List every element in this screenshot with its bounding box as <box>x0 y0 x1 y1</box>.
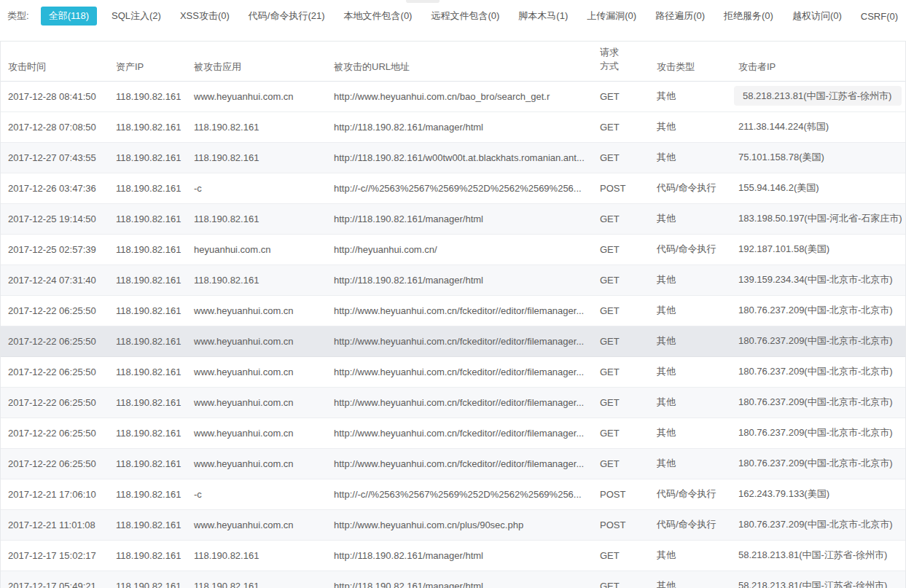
cell-attack-type: 其他 <box>649 418 731 448</box>
cell-request-method: GET <box>593 387 649 418</box>
cell-attack-time: 2017-12-27 07:43:55 <box>1 142 109 173</box>
col-header-asset-ip: 资产IP <box>109 42 187 81</box>
cell-attacked-app: www.heyuanhui.com.cn <box>187 81 327 111</box>
filter-chip-9[interactable]: 拒绝服务(0) <box>722 7 775 26</box>
cell-attack-time: 2017-12-22 06:25:50 <box>1 448 109 479</box>
cell-attacked-app: 118.190.82.161 <box>187 142 327 173</box>
cell-attacker-ip: 180.76.237.209(中国-北京市-北京市) <box>731 387 905 418</box>
cell-attacked-app: 118.190.82.161 <box>187 111 327 142</box>
cell-request-method: GET <box>593 418 649 448</box>
cell-request-method: POST <box>593 479 649 509</box>
table-row[interactable]: 2017-12-17 15:02:17118.190.82.161118.190… <box>1 540 905 571</box>
cell-attacked-url: http://-c//%2563%2567%2569%252D%2562%256… <box>327 479 593 509</box>
table-row[interactable]: 2017-12-26 03:47:36118.190.82.161-chttp:… <box>1 173 905 203</box>
cell-attacker-ip: 58.218.213.81(中国-江苏省-徐州市) <box>731 540 905 571</box>
clipped-top-element <box>406 0 440 3</box>
filter-chip-11[interactable]: CSRF(0) <box>859 8 899 25</box>
cell-request-method: GET <box>593 356 649 387</box>
cell-attacked-url: http://www.heyuanhui.com.cn/fckeditor//e… <box>327 448 593 479</box>
cell-request-method: GET <box>593 111 649 142</box>
filter-chip-7[interactable]: 上传漏洞(0) <box>585 7 638 26</box>
cell-attacker-ip: 75.101.158.78(美国) <box>731 142 905 173</box>
table-row[interactable]: 2017-12-22 06:25:50118.190.82.161www.hey… <box>1 295 905 326</box>
table-row[interactable]: 2017-12-27 07:43:55118.190.82.161118.190… <box>1 142 905 173</box>
cell-attack-type: 其他 <box>649 111 731 142</box>
table-row[interactable]: 2017-12-22 06:25:50118.190.82.161www.hey… <box>1 418 905 448</box>
table-row[interactable]: 2017-12-28 08:41:50118.190.82.161www.hey… <box>1 81 905 111</box>
cell-asset-ip: 118.190.82.161 <box>109 387 187 418</box>
cell-attacked-app: 118.190.82.161 <box>187 571 327 588</box>
filter-chip-3[interactable]: 代码/命令执行(21) <box>247 7 327 26</box>
attack-log-table-wrap: 攻击时间 资产IP 被攻击应用 被攻击的URL地址 请求方式 攻击类型 攻击者I… <box>0 41 906 588</box>
cell-attacker-ip: 162.243.79.133(美国) <box>731 479 905 509</box>
cell-attack-type: 其他 <box>649 540 731 571</box>
table-row[interactable]: 2017-12-25 02:57:39118.190.82.161heyuanh… <box>1 234 905 264</box>
cell-asset-ip: 118.190.82.161 <box>109 264 187 295</box>
cell-request-method: GET <box>593 264 649 295</box>
cell-asset-ip: 118.190.82.161 <box>109 234 187 264</box>
cell-attack-time: 2017-12-22 06:25:50 <box>1 326 109 356</box>
cell-request-method: POST <box>593 509 649 540</box>
cell-attacked-url: http://heyuanhui.com.cn/ <box>327 234 593 264</box>
table-row[interactable]: 2017-12-22 06:25:50118.190.82.161www.hey… <box>1 387 905 418</box>
table-row[interactable]: 2017-12-17 05:49:21118.190.82.161118.190… <box>1 571 905 588</box>
cell-attack-type: 其他 <box>649 264 731 295</box>
cell-attacked-app: -c <box>187 173 327 203</box>
filter-chip-2[interactable]: XSS攻击(0) <box>179 7 231 26</box>
cell-attacker-ip: 155.94.146.2(美国) <box>731 173 905 203</box>
cell-attacked-app: www.heyuanhui.com.cn <box>187 448 327 479</box>
filter-chip-0-selected[interactable]: 全部(118) <box>41 7 97 26</box>
filter-chip-8[interactable]: 路径遍历(0) <box>654 7 706 26</box>
table-row[interactable]: 2017-12-28 07:08:50118.190.82.161118.190… <box>1 111 905 142</box>
filter-chip-6[interactable]: 脚本木马(1) <box>517 7 569 26</box>
table-row[interactable]: 2017-12-22 06:25:50118.190.82.161www.hey… <box>1 448 905 479</box>
cell-attack-type: 代码/命令执行 <box>649 509 731 540</box>
cell-attacked-url: http://www.heyuanhui.com.cn/fckeditor//e… <box>327 356 593 387</box>
cell-attack-time: 2017-12-22 06:25:50 <box>1 356 109 387</box>
cell-asset-ip: 118.190.82.161 <box>109 326 187 356</box>
cell-attacker-ip: 180.76.237.209(中国-北京市-北京市) <box>731 418 905 448</box>
cell-attacked-url: http://www.heyuanhui.com.cn/fckeditor//e… <box>327 295 593 326</box>
attacker-ip-tooltip-pill: 58.218.213.81(中国-江苏省-徐州市) <box>734 86 902 106</box>
cell-attacker-ip: 183.198.50.197(中国-河北省-石家庄市) <box>731 203 905 234</box>
cell-request-method: GET <box>593 326 649 356</box>
cell-attacked-url: http://www.heyuanhui.com.cn/fckeditor//e… <box>327 326 593 356</box>
table-row[interactable]: 2017-12-21 17:06:10118.190.82.161-chttp:… <box>1 479 905 509</box>
table-row[interactable]: 2017-12-22 06:25:50118.190.82.161www.hey… <box>1 356 905 387</box>
cell-attacked-app: heyuanhui.com.cn <box>187 234 327 264</box>
cell-attack-type: 代码/命令执行 <box>649 173 731 203</box>
cell-attacker-ip: 58.218.213.81(中国-江苏省-徐州市) <box>731 81 905 111</box>
cell-attack-time: 2017-12-17 15:02:17 <box>1 540 109 571</box>
col-header-request-method: 请求方式 <box>593 42 649 81</box>
filter-chip-4[interactable]: 本地文件包含(0) <box>343 7 414 26</box>
cell-request-method: GET <box>593 448 649 479</box>
table-body: 2017-12-28 08:41:50118.190.82.161www.hey… <box>1 81 905 588</box>
type-filter-bar: 类型: 全部(118)SQL注入(2)XSS攻击(0)代码/命令执行(21)本地… <box>0 0 906 32</box>
filter-label: 类型: <box>7 9 29 23</box>
cell-attacker-ip: 211.38.144.224(韩国) <box>731 111 905 142</box>
cell-asset-ip: 118.190.82.161 <box>109 81 187 111</box>
filter-chip-5[interactable]: 远程文件包含(0) <box>429 7 501 26</box>
table-row[interactable]: 2017-12-21 11:01:08118.190.82.161www.hey… <box>1 509 905 540</box>
cell-attacked-app: www.heyuanhui.com.cn <box>187 418 327 448</box>
table-row[interactable]: 2017-12-22 06:25:50118.190.82.161www.hey… <box>1 326 905 356</box>
table-row[interactable]: 2017-12-24 07:31:40118.190.82.161118.190… <box>1 264 905 295</box>
cell-attacked-app: 118.190.82.161 <box>187 203 327 234</box>
cell-attack-type: 代码/命令执行 <box>649 234 731 264</box>
cell-asset-ip: 118.190.82.161 <box>109 571 187 588</box>
filter-chip-10[interactable]: 越权访问(0) <box>791 7 843 26</box>
cell-attack-time: 2017-12-24 07:31:40 <box>1 264 109 295</box>
col-header-attacker-ip: 攻击者IP <box>731 42 905 81</box>
cell-attack-type: 其他 <box>649 571 731 588</box>
cell-attacker-ip: 180.76.237.209(中国-北京市-北京市) <box>731 326 905 356</box>
col-header-attacked-url: 被攻击的URL地址 <box>327 42 593 81</box>
filter-chip-1[interactable]: SQL注入(2) <box>110 7 163 26</box>
table-row[interactable]: 2017-12-25 19:14:50118.190.82.161118.190… <box>1 203 905 234</box>
cell-asset-ip: 118.190.82.161 <box>109 203 187 234</box>
col-header-attack-type: 攻击类型 <box>649 42 731 81</box>
cell-attack-type: 其他 <box>649 356 731 387</box>
cell-attacked-app: www.heyuanhui.com.cn <box>187 356 327 387</box>
cell-asset-ip: 118.190.82.161 <box>109 418 187 448</box>
cell-request-method: GET <box>593 81 649 111</box>
cell-attack-time: 2017-12-28 07:08:50 <box>1 111 109 142</box>
